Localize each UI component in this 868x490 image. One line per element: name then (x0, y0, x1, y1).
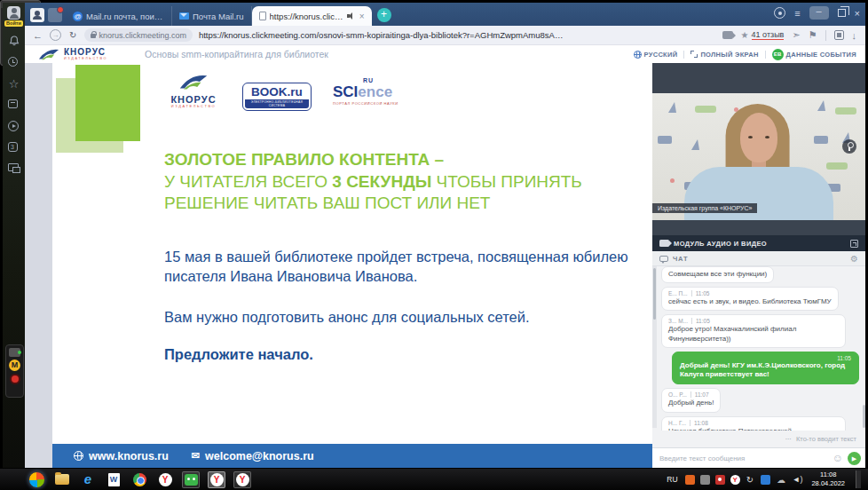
alice-assistant-icon[interactable] (774, 7, 785, 19)
minimize-button[interactable]: – (809, 6, 829, 20)
forward-button[interactable]: → (50, 29, 61, 41)
webinar-title: Основы smm-копирайтинга для библиотек (145, 49, 328, 59)
event-data-button[interactable]: ЕВДАННЫЕ СОБЫТИЯ (772, 49, 856, 60)
tray-yandex-icon[interactable]: Y (730, 475, 740, 485)
recorder-app-icon[interactable]: M (9, 360, 20, 371)
send-message-button[interactable]: ▶ (848, 452, 861, 465)
tab-mailru-search[interactable]: @ Mail.ru почта, поиск в ин (66, 6, 172, 26)
record-button[interactable] (10, 374, 20, 384)
history-clock-icon[interactable] (8, 57, 20, 69)
page-icon (259, 12, 266, 20)
tray-camera-icon[interactable] (700, 475, 710, 485)
collections-count-icon[interactable]: 3 (8, 142, 20, 154)
tab-audio-icon[interactable] (347, 12, 356, 20)
tray-app-icon[interactable] (685, 475, 695, 485)
envelope-icon (179, 12, 189, 20)
profile-avatar-icon[interactable] (7, 6, 20, 20)
address-input[interactable]: https://knorus.clickmeeting.com/osnovi-s… (199, 30, 567, 40)
chat-message-input[interactable] (659, 454, 832, 462)
back-button[interactable]: ← (33, 30, 43, 41)
taskbar-internet-explorer[interactable]: e (79, 471, 97, 488)
profile-icon[interactable] (30, 8, 44, 22)
chat-settings-gear-icon[interactable]: ⚙ (850, 254, 858, 264)
tab-clickmeeting-active[interactable]: https://knorus.clickm × (252, 6, 372, 26)
folder-icon (55, 474, 69, 485)
reload-button[interactable]: ↻ (69, 30, 76, 40)
presenter-video[interactable]: Издательская группа «КНОРУС» (652, 93, 865, 220)
site-identity-pill[interactable]: knorus.clickmeeting.com (84, 28, 193, 42)
tabs-icon[interactable] (8, 99, 20, 112)
url-bar: ← → ↻ knorus.clickmeeting.com https://kn… (25, 26, 865, 45)
tab-group-icon[interactable] (48, 8, 62, 22)
slide-paragraph-1: 15 мая в вашей библиотеке пройдет встреч… (164, 248, 643, 287)
presenter-face (740, 113, 777, 162)
chat-message: О... Р...11:07 Добрый день! (661, 388, 721, 412)
tray-defender-icon[interactable] (761, 475, 770, 485)
close-button[interactable]: × (855, 7, 860, 20)
presentation-slide: КНОРУС ИЗДАТЕЛЬСТВО BOOK.ru ЭЛЕКТРОННО-Б… (52, 63, 652, 468)
taskbar-yandex-active[interactable]: Y (208, 471, 225, 488)
login-badge[interactable]: Войти (4, 20, 23, 27)
footer-website: www.knorus.ru (74, 450, 169, 462)
tray-sync-icon[interactable]: ↻ (746, 475, 755, 485)
mailru-icon: @ (73, 12, 83, 21)
taskbar-green-app[interactable] (182, 471, 200, 488)
chrome-icon (133, 473, 146, 486)
recorder-toolbar: M (5, 344, 24, 398)
taskbar-explorer[interactable] (53, 471, 71, 488)
share-icon[interactable]: ➣ (792, 29, 800, 41)
slide-bookru-logo: BOOK.ru ЭЛЕКТРОННО-БИБЛИОТЕЧНАЯ СИСТЕМА (242, 83, 312, 111)
video-play-icon[interactable] (8, 121, 20, 133)
bookmarks-star-icon[interactable]: ☆ (8, 78, 20, 91)
chat-input-row: ☺ ▶ (652, 447, 865, 468)
yandex-icon: Y (159, 473, 172, 486)
chat-mini-scrollbar[interactable] (863, 405, 865, 428)
restore-button[interactable] (838, 9, 846, 17)
chat-panel: ЧАТ ⚙ Совмещаем все эти функции) Е... П.… (652, 251, 865, 468)
chat-message: Е... П...11:05 сейчас есть и звук, и вид… (661, 287, 839, 311)
start-button[interactable] (28, 471, 45, 488)
lock-icon (91, 34, 96, 38)
emoji-smiley-icon[interactable]: ☺ (832, 452, 843, 464)
fullscreen-button[interactable]: ПОЛНЫЙ ЭКРАН (690, 51, 758, 59)
language-button[interactable]: РУССКИЙ (634, 51, 678, 59)
taskbar-word[interactable]: W (105, 471, 122, 488)
browser-menu-icon[interactable]: ≡ (794, 7, 800, 20)
taskbar-yandex-window[interactable]: Y (233, 471, 251, 488)
taskbar-yandex-browser[interactable]: Y (156, 471, 174, 488)
tab-mailru-mail[interactable]: Почта Mail.ru (172, 6, 252, 26)
knorus-sail-icon (37, 47, 60, 61)
tray-cloud-icon[interactable]: ☁ (776, 475, 787, 485)
tray-volume-icon[interactable]: ◄) (793, 475, 803, 485)
notifications-bell-icon[interactable] (8, 36, 20, 48)
browser-side-panel: Войти ☆ 3 (3, 3, 25, 468)
camera-permission-icon[interactable] (722, 31, 733, 39)
downloads-icon[interactable]: ↓ (852, 30, 857, 41)
chat-scrollbar[interactable] (652, 266, 657, 428)
chat-message: Н... Г...11:08 Научная библиотека Петроз… (661, 416, 846, 431)
green-app-icon (185, 474, 198, 486)
show-desktop-button[interactable] (856, 470, 861, 488)
expand-icon[interactable] (850, 240, 858, 248)
slide-paragraph-2: Вам нужно подготовить анонс для социальн… (164, 308, 643, 328)
devices-icon[interactable] (8, 163, 20, 176)
taskbar-clock[interactable]: 11:08 28.04.2022 (808, 470, 848, 488)
language-indicator[interactable]: RU (667, 475, 677, 484)
globe-icon (74, 451, 83, 461)
new-tab-button[interactable]: + (377, 8, 391, 22)
chat-header: ЧАТ ⚙ (652, 251, 865, 266)
slide-decor-rect-dark (75, 65, 140, 141)
fullscreen-icon (690, 51, 698, 58)
tray-record-icon[interactable] (715, 475, 725, 485)
word-icon: W (108, 473, 120, 486)
taskbar-chrome[interactable] (130, 471, 148, 488)
site-reviews[interactable]: ★ 41 отзыв (741, 30, 785, 40)
pin-video-icon[interactable] (842, 139, 856, 154)
collections-icon[interactable] (834, 30, 844, 40)
slide-paragraph-3: Предложите начало. (164, 345, 643, 365)
tab-close-icon[interactable]: × (359, 12, 365, 21)
bookmark-flag-icon[interactable]: ⚑ (809, 29, 817, 41)
recorder-camera-icon[interactable] (9, 348, 20, 357)
chat-message-own: 11:05 Добрый день! КГУ им.К.Э.Циолковско… (672, 352, 859, 384)
slide-knorus-logo: КНОРУС ИЗДАТЕЛЬСТВО (157, 72, 230, 108)
